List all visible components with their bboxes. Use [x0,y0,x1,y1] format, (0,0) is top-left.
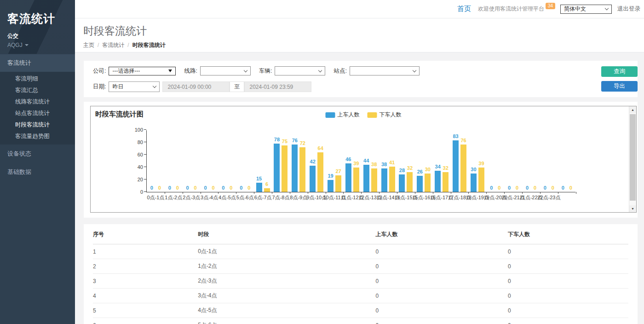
bar-boarding[interactable]: 76 [292,145,298,192]
bar-alighting[interactable]: 41 [389,167,395,192]
bar-boarding[interactable]: 26 [417,176,423,192]
bar-boarding[interactable]: 15 [256,183,262,192]
sidebar-group-base-data[interactable]: 基础数据 [0,163,75,181]
x-axis-label: 2点-3点 [183,194,200,201]
chart-panel: 时段车流统计图 上车人数 下车人数 020406080100000点-1点001… [84,102,638,218]
scrollbar-thumb[interactable] [630,114,636,201]
chart-container: 时段车流统计图 上车人数 下车人数 020406080100000点-1点001… [90,106,637,213]
vehicle-select[interactable] [275,66,325,75]
x-axis-tick [415,192,415,194]
bar-value-label: 41 [389,160,395,165]
bar-alighting[interactable]: 72 [299,147,305,192]
bar-value-label: 76 [460,138,466,143]
breadcrumb-home[interactable]: 主页 [83,42,94,48]
x-axis-tick [576,192,576,194]
x-axis-tick [522,192,523,194]
notification-badge[interactable]: 34 [546,3,555,9]
date-preset-select[interactable]: 昨日 [109,81,160,92]
table-cell: 0 [508,318,628,324]
welcome-text: 欢迎使用客流统计管理平台 [478,5,544,13]
table-row: 54点-5点00 [93,303,628,318]
bar-alighting[interactable]: 39 [353,168,359,192]
bar-boarding[interactable]: 38 [381,168,387,192]
bar-alighting[interactable]: 30 [425,174,431,192]
bar-value-label: 38 [371,162,377,167]
x-axis-label: 1点-2点 [165,194,182,201]
org-code-dropdown[interactable]: AQGJ [7,42,68,48]
sidebar-item[interactable]: 客流量趋势图 [0,131,75,142]
bar-alighting[interactable]: 27 [335,175,341,192]
y-axis-tick [144,142,146,142]
sidebar-group-device-status[interactable]: 设备状态 [0,145,75,163]
table-cell: 0 [508,244,628,259]
home-link[interactable]: 首页 [457,5,471,13]
chart-plot: 020406080100000点-1点001点-2点002点-3点003点-4点… [146,130,575,192]
line-select[interactable] [200,66,251,75]
bar-value-label: 0 [222,185,224,191]
legend-item-boarding[interactable]: 上车人数 [326,111,360,119]
bar-boarding[interactable]: 44 [363,165,369,192]
bar-alighting[interactable]: 39 [478,168,484,192]
company-select[interactable]: ---请选择--- [109,67,176,75]
table-cell: 3 [93,274,198,289]
breadcrumb-parent[interactable]: 客流统计 [102,42,124,48]
chart-category-group: 283214点-15点 [397,130,415,192]
bar-alighting[interactable]: 75 [282,145,288,192]
bar-boarding[interactable]: 83 [453,140,459,192]
table-row: 21点-2点00 [93,259,628,274]
bar-boarding[interactable]: 42 [310,166,316,192]
bar-boarding[interactable]: 30 [471,174,477,192]
page-title: 时段客流统计 [83,24,636,38]
bar-pair: 00 [540,130,558,192]
bar-value-label: 42 [310,159,316,164]
caret-down-icon [25,44,29,46]
export-button[interactable]: 导出 [601,81,638,92]
table-row: 10点-1点00 [93,244,628,259]
bar-value-label: 83 [453,133,458,139]
bar-boarding[interactable]: 19 [328,180,334,192]
sidebar-item[interactable]: 线路客流统计 [0,96,75,108]
scroll-up-icon[interactable]: ▲ [629,106,636,113]
x-axis-tick [379,192,380,194]
sidebar-group-passenger-stats[interactable]: 客流统计 [0,54,75,72]
sidebar-item[interactable]: 客流明细 [0,73,75,85]
query-button[interactable]: 查询 [601,66,638,77]
logout-link[interactable]: 退出登录 [617,5,640,13]
page-header: 时段客流统计 主页/客流统计/时段客流统计 [75,18,644,52]
bar-alighting[interactable]: 32 [443,172,448,192]
sidebar-item[interactable]: 时段客流统计 [0,119,75,131]
bar-alighting[interactable]: 6 [264,188,270,192]
bar-value-label: 0 [569,185,572,191]
language-select[interactable]: 简体中文 [560,5,612,14]
sidebar-item[interactable]: 客流汇总 [0,85,75,96]
company-label: 公司: [93,67,106,75]
y-axis-tick [144,167,146,167]
date-from-input[interactable] [162,81,230,92]
bar-alighting[interactable]: 64 [317,152,323,192]
bar-pair: 4264 [308,130,326,192]
chart-category-group: 303918点-19点 [468,130,486,192]
table-cell: 5点-6点 [198,318,375,324]
scroll-down-icon[interactable]: ▼ [629,205,636,212]
date-to-input[interactable] [244,81,311,92]
legend-swatch-boarding [326,112,335,118]
bar-alighting[interactable]: 38 [371,168,377,192]
filter-row-1: 公司: ---请选择--- 线路: 车辆: 站点: [93,66,628,75]
chevron-down-icon [413,68,416,72]
bar-value-label: 0 [240,185,242,191]
sidebar-item[interactable]: 站点客流统计 [0,108,75,119]
bar-boarding[interactable]: 46 [345,163,351,192]
bar-boarding[interactable]: 28 [399,174,405,192]
bar-alighting[interactable]: 76 [460,145,466,192]
bar-pair: 3841 [379,130,397,192]
station-select[interactable] [350,66,420,75]
bar-boarding[interactable]: 78 [274,144,280,192]
legend-item-alighting[interactable]: 下车人数 [368,111,402,119]
legend-label-boarding: 上车人数 [338,111,360,119]
chart-vertical-scrollbar[interactable]: ▲ ▼ [629,106,636,212]
bar-boarding[interactable]: 34 [435,171,441,192]
x-axis-label: 4点-5点 [218,194,236,201]
bar-value-label: 0 [562,185,564,191]
bar-alighting[interactable]: 32 [407,172,413,192]
legend-swatch-alighting [368,112,377,118]
